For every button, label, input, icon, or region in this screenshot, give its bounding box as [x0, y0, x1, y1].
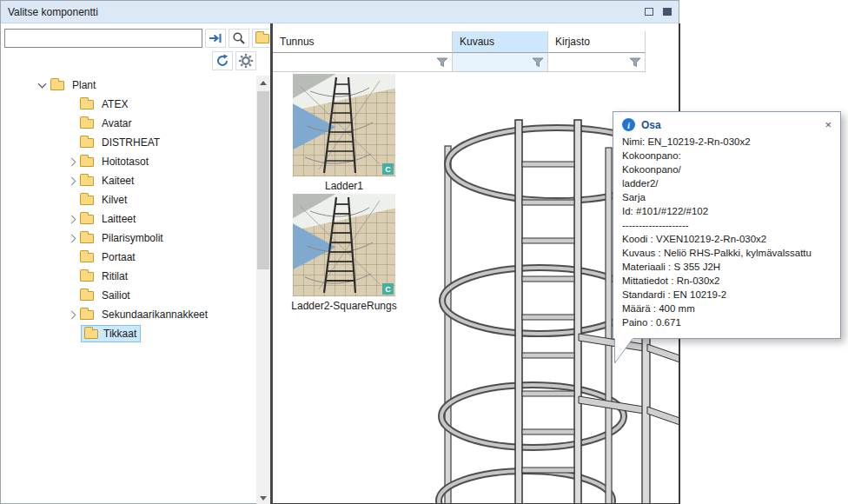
filter-funnel-icon[interactable]: [436, 57, 448, 68]
folder-icon: [80, 272, 94, 282]
settings-button[interactable]: [235, 51, 256, 70]
part-info-tooltip: i Osa × Nimi: EN_10219-2-Rn-030x2 Kokoon…: [613, 111, 841, 339]
titlebar: Valitse komponentti: [1, 1, 679, 23]
tree-item-label: ATEX: [99, 97, 130, 111]
tooltip-line: Standardi : EN 10219-2: [622, 288, 831, 302]
arrow-up-icon: [260, 81, 267, 85]
tree-item-label: Kaiteet: [99, 174, 136, 188]
tree-item-kilvet[interactable]: Kilvet: [1, 190, 256, 209]
tooltip-close-button[interactable]: ×: [825, 119, 831, 130]
search-button[interactable]: [229, 29, 249, 48]
enter-arrow-icon: [209, 31, 222, 45]
tooltip-line: Koodi : VXEN10219-2-Rn-030x2: [622, 232, 831, 246]
filter-funnel-icon[interactable]: [532, 57, 544, 68]
folder-icon: [80, 157, 94, 167]
gear-icon: [238, 53, 254, 69]
folder-icon: [80, 310, 94, 320]
folder-icon: [80, 234, 94, 243]
window-title: Valitse komponentti: [8, 6, 98, 18]
tooltip-line: Kokoonpano/: [622, 162, 831, 176]
tree-scrollbar[interactable]: [256, 76, 270, 504]
maximize-icon: [645, 8, 653, 16]
component-label[interactable]: Ladder2-SquareRungs: [291, 300, 396, 312]
chevron-right-icon[interactable]: [68, 176, 76, 185]
filter-cell-kuvaus[interactable]: [453, 53, 548, 72]
tree-item-label: Kilvet: [99, 193, 129, 207]
tree-item-sailiot[interactable]: Sailiot: [1, 286, 256, 305]
tree-item-sekundaarikannakkeet[interactable]: Sekundaarikannakkeet: [1, 305, 256, 324]
filter-funnel-icon[interactable]: [629, 57, 641, 68]
chevron-right-icon[interactable]: [68, 157, 76, 166]
tree-item-label: Plant: [70, 78, 98, 92]
tooltip-line: Kuvaus : Neliö RHS-Palkki, kylmävalssatt…: [622, 246, 831, 260]
tooltip-pointer: [614, 337, 635, 365]
tooltip-line: Nimi: EN_10219-2-Rn-030x2: [622, 135, 831, 149]
column-header-tunnus[interactable]: Tunnus: [273, 31, 453, 53]
tree-item-portaat[interactable]: Portaat: [1, 248, 256, 267]
folder-icon: [80, 138, 94, 148]
component-card-ladder2[interactable]: C Ladder2-SquareRungs: [288, 194, 401, 312]
tooltip-line: --------------------: [622, 218, 831, 232]
column-header-kirjasto[interactable]: Kirjasto: [548, 31, 646, 53]
tree-item-label: Laitteet: [99, 212, 138, 226]
ladder-preview-drawing: [293, 74, 395, 176]
component-label[interactable]: Ladder1: [325, 180, 363, 192]
tree-item-pilarisymbolit[interactable]: Pilarisymbolit: [1, 229, 256, 248]
dock-icon: [663, 8, 672, 16]
folder-icon: [80, 119, 94, 129]
folder-icon: [80, 100, 94, 109]
tree-item-label: Ritilat: [99, 269, 130, 283]
folder-icon: [255, 34, 269, 43]
component-card-ladder1[interactable]: C Ladder1: [288, 74, 401, 192]
scroll-down-button[interactable]: [256, 491, 270, 504]
tooltip-line: Sarja: [622, 190, 831, 204]
tree-item-label: DISTRHEAT: [99, 136, 162, 149]
scrollbar-thumb[interactable]: [257, 91, 269, 269]
chevron-down-icon[interactable]: [38, 80, 47, 89]
chevron-right-icon[interactable]: [68, 215, 76, 223]
tooltip-line: Id: #101/#122/#102: [622, 204, 831, 218]
tooltip-line: Paino : 0.671: [622, 315, 831, 329]
component-thumbnail[interactable]: C: [293, 74, 395, 176]
panel-maximize-button[interactable]: [642, 4, 656, 18]
tree-item-label: Pilarisymbolit: [99, 231, 166, 245]
search-icon: [232, 31, 246, 45]
tooltip-line: Kokoonpano:: [622, 149, 831, 162]
filter-cell-kirjasto[interactable]: [548, 53, 646, 72]
tooltip-title: Osa: [641, 119, 661, 131]
tree-item-tikkaat[interactable]: Tikkaat: [1, 324, 256, 343]
folder-icon: [80, 253, 94, 262]
tree-item-avatar[interactable]: Avatar: [1, 114, 256, 133]
search-input[interactable]: [4, 29, 202, 48]
refresh-icon: [215, 54, 229, 68]
tree-item-distrheat[interactable]: DISTRHEAT: [1, 133, 256, 152]
tree-item-ritilat[interactable]: Ritilat: [1, 267, 256, 286]
tree-item-laitteet[interactable]: Laitteet: [1, 209, 256, 229]
component-catalog-dialog: Valitse komponentti: [0, 0, 679, 504]
folder-icon: [50, 81, 64, 90]
chevron-right-icon[interactable]: [68, 310, 76, 319]
folder-icon: [80, 176, 94, 186]
column-header-kuvaus[interactable]: Kuvaus: [453, 31, 548, 53]
tree-item-plant[interactable]: Plant: [1, 76, 256, 95]
refresh-button[interactable]: [212, 51, 233, 70]
tree-item-hoitotasot[interactable]: Hoitotasot: [1, 152, 256, 171]
chevron-right-icon[interactable]: [68, 234, 76, 242]
folder-icon: [80, 196, 94, 205]
folder-icon: [80, 215, 94, 224]
tree-item-atex[interactable]: ATEX: [1, 95, 256, 114]
filter-cell-tunnus[interactable]: [273, 53, 453, 72]
tree-item-label: Sailiot: [99, 288, 133, 302]
selected-tree-item: Tikkaat: [81, 325, 141, 342]
custom-component-badge-icon: C: [382, 163, 394, 175]
tooltip-line: Mittatiedot : Rn-030x2: [622, 274, 831, 288]
ladder-preview-drawing: [293, 194, 395, 296]
panel-dock-button[interactable]: [660, 4, 674, 18]
go-to-folder-button[interactable]: [205, 29, 226, 48]
folder-tree: Plant ATEX Avatar DISTRHEAT Hoitotasot K…: [1, 76, 256, 504]
tree-item-kaiteet[interactable]: Kaiteet: [1, 171, 256, 190]
tooltip-line: ladder2/: [622, 176, 831, 190]
scroll-up-button[interactable]: [256, 76, 270, 90]
tree-item-label: Sekundaarikannakkeet: [99, 308, 210, 322]
component-thumbnail[interactable]: C: [293, 194, 395, 296]
